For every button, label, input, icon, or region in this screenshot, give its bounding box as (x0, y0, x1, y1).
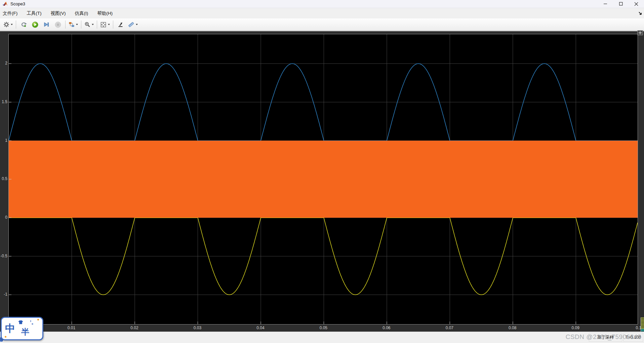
maximize-icon (619, 2, 623, 6)
x-tick-label: 0.07 (442, 324, 457, 332)
step-forward-button[interactable] (41, 20, 52, 29)
zoom-in-icon (84, 22, 90, 28)
dropdown-caret-icon (92, 24, 94, 25)
minimize-button[interactable] (598, 0, 613, 8)
trigger-button[interactable] (115, 20, 126, 29)
menu-item-tools[interactable]: 工具(T) (23, 9, 45, 18)
fit-to-view-icon (100, 22, 107, 28)
menu-bar: 文件(F) 工具(T) 视图(V) 仿真(I) 帮助(H) (0, 8, 644, 18)
ime-dot (37, 319, 39, 320)
configuration-button[interactable] (2, 20, 14, 29)
y-tick-label: 2 (0, 60, 7, 66)
x-axis-labels: 0.010.020.030.040.050.060.070.080.090.1 (0, 324, 644, 332)
menu-item-simulation[interactable]: 仿真(I) (72, 9, 92, 18)
y-tick-label: -1 (0, 292, 7, 297)
y-tick-label: 0 (0, 215, 7, 220)
dropdown-caret-icon (136, 24, 138, 25)
toolbar (0, 18, 644, 31)
ime-status-panel[interactable]: 中 ’。 半 (1, 317, 43, 340)
menu-overflow-arrow-icon[interactable] (638, 11, 642, 15)
x-tick-label: 0.06 (379, 324, 394, 332)
x-tick-label: 0.09 (568, 324, 583, 332)
expand-plus-icon (639, 31, 642, 34)
signal-selector-button[interactable] (68, 20, 79, 29)
x-tick-label: 0.01 (64, 324, 79, 332)
minimize-icon (604, 2, 607, 6)
status-bar: 基于采样 T=0.100 CSDN @2201_75906343 (0, 332, 644, 343)
ime-dot (5, 336, 6, 338)
fit-to-view-button[interactable] (99, 20, 111, 29)
ime-chinese-mode-toggle[interactable]: 中 (5, 322, 15, 336)
toolbar-separator (97, 20, 97, 29)
step-forward-icon (43, 22, 49, 28)
trigger-icon (118, 22, 124, 28)
close-button[interactable] (629, 0, 644, 8)
axes-expand-button[interactable] (637, 30, 643, 35)
toolbar-separator (65, 20, 66, 29)
toolbar-separator (81, 20, 81, 29)
stop-button[interactable] (52, 20, 63, 29)
toolbar-separator (113, 20, 113, 29)
y-tick-label: 0.5 (0, 176, 7, 181)
x-tick-label: 0.02 (127, 324, 142, 332)
play-icon (32, 22, 38, 28)
menu-item-view[interactable]: 视图(V) (47, 9, 69, 18)
ime-skin-shirt-icon[interactable] (18, 320, 24, 325)
dropdown-caret-icon (108, 24, 110, 25)
menu-item-help[interactable]: 帮助(H) (94, 9, 116, 18)
ime-half-width-toggle[interactable]: 半 (21, 327, 29, 337)
maximize-button[interactable] (613, 0, 629, 8)
x-tick-label: 0.04 (253, 324, 268, 332)
goto-model-icon (21, 22, 27, 28)
scope-content: 21.510.50-0.5-1 0.010.020.030.040.050.06… (0, 31, 644, 343)
title-bar: Scope3 (0, 0, 644, 8)
x-tick-label: 0.03 (190, 324, 205, 332)
stop-icon (55, 22, 61, 28)
toolbar-separator (16, 20, 16, 29)
status-badge-time: T=0.100 (624, 333, 643, 341)
y-tick-label: -0.5 (0, 253, 7, 259)
y-tick-label: 1 (0, 138, 7, 143)
dropdown-caret-icon (11, 24, 13, 25)
close-icon (634, 2, 638, 6)
y-tick-label: 1.5 (0, 99, 7, 104)
signal-selector-icon (69, 22, 75, 28)
measurements-button[interactable] (127, 20, 139, 29)
dropdown-caret-icon (76, 24, 78, 25)
zoom-in-button[interactable] (83, 20, 95, 29)
measurements-ruler-icon (128, 22, 134, 28)
matlab-logo-icon (3, 2, 8, 6)
plot-region[interactable] (8, 34, 638, 325)
plot-canvas (9, 34, 638, 324)
series-high-frequency-switching-signal (9, 141, 638, 218)
ime-punctuation-toggle[interactable]: ’。 (30, 319, 36, 326)
status-badge-sample-mode: 基于采样 (589, 333, 622, 341)
x-tick-label: 0.08 (505, 324, 520, 332)
run-button[interactable] (30, 20, 40, 29)
x-tick-label: 0.05 (316, 324, 331, 332)
gear-icon (3, 22, 9, 28)
goto-model-button[interactable] (18, 20, 29, 29)
window-title: Scope3 (10, 1, 25, 6)
menu-item-file[interactable]: 文件(F) (0, 9, 21, 18)
